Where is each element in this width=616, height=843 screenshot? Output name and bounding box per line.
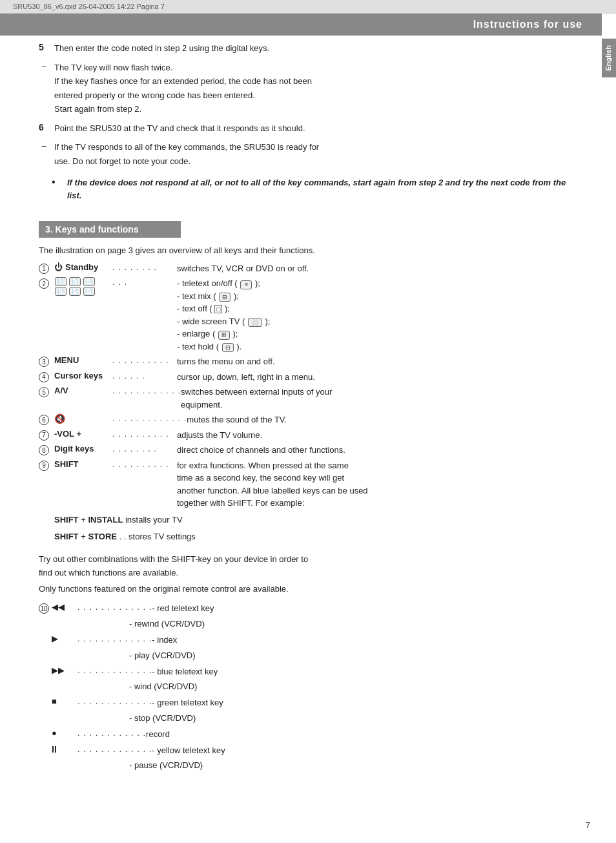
rewind-icon: ◀◀: [52, 602, 77, 612]
icon-btn-f: 📄: [83, 287, 95, 296]
digit-desc: direct choice of channels and other func…: [177, 444, 582, 457]
store-bold: STORE: [88, 532, 117, 541]
mute-dots: . . . . . . . . . . . . .: [112, 413, 187, 423]
bullet-content: If the device does not respond at all, o…: [67, 176, 582, 203]
key-item-8: 8 Digit keys . . . . . . . . direct choi…: [39, 444, 582, 457]
step-6-number: 6: [39, 122, 49, 136]
shift-plus-1: +: [81, 515, 88, 525]
shift-line3: another function. All blue labelled keys…: [177, 484, 582, 497]
shift-dots: . . . . . . . . . .: [112, 459, 177, 469]
shift-store-bold: SHIFT: [54, 532, 79, 541]
step-dash2-content: If the TV responds to all of the key com…: [54, 141, 582, 169]
record-icon: ●: [52, 728, 77, 738]
key-item-2: 2 📄 📄 📄 📄 📄 📄 . . . - teletext on/off: [39, 277, 582, 353]
media-item-play: ▶ . . . . . . . . . . . . . - index: [52, 634, 582, 647]
ff-desc: - blue teletext key: [152, 665, 582, 679]
vol-desc: adjusts the TV volume.: [177, 429, 582, 442]
step-dash1-line3: entered properly or the wrong code has b…: [54, 89, 582, 102]
teletext-icon1: ≡: [240, 280, 252, 289]
key2-dots: . . .: [112, 277, 177, 287]
stop-dots: . . . . . . . . . . . . .: [77, 696, 152, 706]
av-dots: . . . . . . . . . . . .: [112, 386, 181, 395]
icon-btn-d: 📄: [55, 287, 67, 296]
standby-label: Standby: [65, 262, 98, 272]
section-header: 3. Keys and functions: [39, 221, 181, 238]
shift-line2: time as a second key, the second key wil…: [177, 472, 582, 484]
stop-sub: - stop (VCR/DVD): [129, 712, 582, 725]
rewind-dots: . . . . . . . . . . . . .: [77, 602, 152, 612]
key-num-7: 7: [39, 429, 54, 441]
key2-icon-row2: 📄 📄 📄: [54, 287, 112, 296]
bullet-block: • If the device does not respond at all,…: [52, 176, 582, 203]
hold-icon: ⊟: [222, 343, 234, 352]
ff-icon: ▶▶: [52, 665, 77, 675]
key-circle-6: 6: [39, 415, 49, 425]
key-circle-8: 8: [39, 445, 49, 455]
key2-icon-row1: 📄 📄 📄: [54, 277, 112, 286]
ff-sub: - wind (VCR/DVD): [129, 680, 582, 694]
av-line1: switches between external inputs of your: [181, 386, 582, 399]
stop-icon: ■: [52, 696, 77, 706]
media-item-pause: II . . . . . . . . . . . . . - yellow te…: [52, 744, 582, 758]
key-num-4: 4: [39, 371, 54, 382]
teletext-onoff: - teletext on/off ( ≡ );: [177, 277, 582, 290]
english-tab: English: [602, 39, 616, 78]
shift-install-text: installs your TV: [125, 515, 183, 525]
bullet-text: If the device does not respond at all, o…: [67, 176, 582, 202]
key-num-6: 6: [39, 413, 54, 425]
step-5-block: 5 Then enter the code noted in step 2 us…: [39, 42, 582, 56]
icon-btn-a: 📄: [55, 277, 67, 286]
shift-example-2: SHIFT + STORE . . stores TV settings: [54, 530, 582, 544]
key-item-7: 7 -VOL + . . . . . . . . . . adjusts the…: [39, 429, 582, 442]
teletext-icon2: ⊟: [219, 293, 231, 302]
digit-dots: . . . . . . . .: [112, 444, 177, 453]
pause-desc: - yellow teletext key: [152, 744, 582, 758]
try-line1: Try out other combinations with the SHIF…: [39, 553, 582, 567]
standby-icon: ⏻: [54, 262, 63, 272]
install-bold: INSTALL: [88, 515, 123, 525]
vol-dots: . . . . . . . . . .: [112, 429, 177, 439]
text-off: - text off ( □ );: [177, 302, 582, 315]
step-5-content: Then enter the code noted in step 2 usin…: [54, 42, 582, 56]
standby-desc: switches TV, VCR or DVD on or off.: [177, 262, 582, 275]
av-label: A/V: [54, 386, 68, 395]
shift-line1: for extra functions. When pressed at the…: [177, 459, 582, 472]
icon-btn-e: 📄: [69, 287, 81, 296]
step-5-number: 5: [39, 42, 49, 56]
icon-btn-c: 📄: [83, 277, 95, 286]
step-6-block: 6 Point the SRU530 at the TV and check t…: [39, 122, 582, 136]
enlarge: - enlarge ( ⊞ );: [177, 328, 582, 340]
shift-install-bold: SHIFT: [54, 515, 79, 525]
key-item-6: 6 🔇 . . . . . . . . . . . . . mutes the …: [39, 413, 582, 426]
key-num-5: 5: [39, 386, 54, 397]
key-circle-1: 1: [39, 264, 49, 274]
media-section: 10 ◀◀ . . . . . . . . . . . . . - red te…: [39, 602, 582, 773]
step-dash1-line1: The TV key will now flash twice.: [54, 61, 582, 74]
media-item-stop: ■ . . . . . . . . . . . . . - green tele…: [52, 696, 582, 710]
step-5-text: Then enter the code noted in step 2 usin…: [54, 42, 582, 55]
key-num-8: 8: [39, 444, 54, 455]
digit-label: Digit keys: [54, 444, 94, 453]
key-item-3: 3 MENU . . . . . . . . . . turns the men…: [39, 355, 582, 368]
step-dash1-line4: Start again from step 2.: [54, 103, 582, 116]
key-circle-7: 7: [39, 430, 49, 441]
shift-desc: for extra functions. When pressed at the…: [177, 459, 582, 510]
text-mix: - text mix ( ⊟ );: [177, 290, 582, 303]
shift-line4: together with SHIFT. For example:: [177, 497, 582, 510]
step-dash1-content: The TV key will now flash twice. If the …: [54, 61, 582, 117]
menu-label: MENU: [54, 355, 79, 365]
play-sub: - play (VCR/DVD): [129, 649, 582, 663]
enlarge-icon: ⊞: [218, 331, 230, 340]
step-dash2-line2: use. Do not forget to note your code.: [54, 155, 582, 168]
mute-icon: 🔇: [54, 413, 65, 424]
text-off-icon: □: [214, 305, 222, 313]
rewind-desc: - red teletext key: [152, 602, 582, 616]
step-dash2-block: – If the TV responds to all of the key c…: [39, 141, 582, 169]
standby-dots: . . . . . . . .: [112, 262, 177, 272]
shift-store-text: . . stores TV settings: [119, 532, 196, 541]
icon-btn-b: 📄: [69, 277, 81, 286]
cursor-dots: . . . . . .: [112, 371, 177, 380]
key2-desc: - teletext on/off ( ≡ ); - text mix ( ⊟ …: [177, 277, 582, 353]
record-desc: record: [146, 728, 582, 742]
vol-label: -VOL +: [54, 429, 81, 439]
